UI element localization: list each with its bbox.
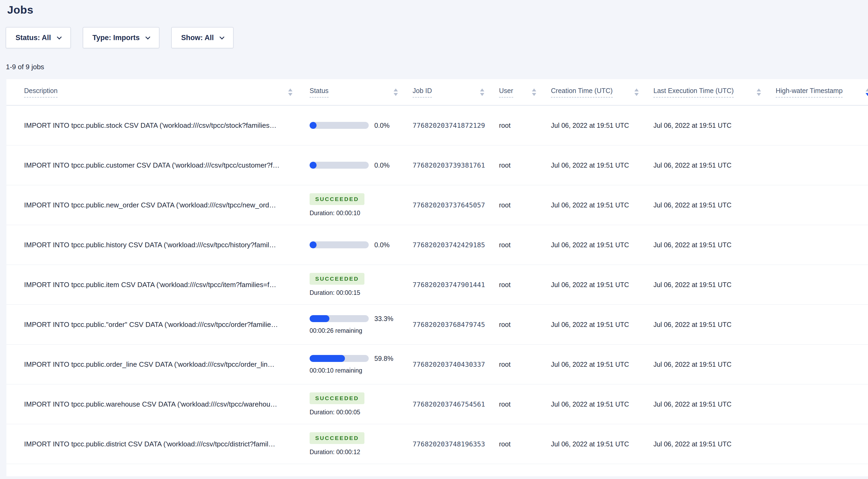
high-water-cell (769, 106, 868, 145)
job-description-cell: IMPORT INTO tpcc.public.district CSV DAT… (6, 424, 301, 464)
creation-time-cell: Jul 06, 2022 at 19:51 UTC (544, 225, 647, 265)
progress-bar: 0.0% (310, 122, 390, 129)
status-badge: SUCCEEDED (310, 432, 365, 444)
job-description-cell: IMPORT INTO tpcc.public."order" CSV DATA… (6, 305, 301, 344)
creation-time-cell: Jul 06, 2022 at 19:51 UTC (544, 145, 647, 185)
creation-time-cell: Jul 06, 2022 at 19:51 UTC (544, 345, 647, 384)
job-description-cell: IMPORT INTO tpcc.public.stock CSV DATA (… (6, 106, 301, 145)
chevron-down-icon (219, 34, 224, 39)
sort-arrows-icon (480, 89, 484, 96)
user-cell: root (492, 106, 544, 145)
last-execution-time-cell: Jul 06, 2022 at 19:51 UTC (647, 384, 769, 424)
job-status-cell: 33.3%00:00:26 remaining (301, 305, 406, 344)
jobs-table: Description Status Job ID User Creation … (6, 79, 868, 476)
status-filter-label: Status: All (16, 34, 51, 42)
status-subtext: 00:00:26 remaining (310, 327, 362, 334)
job-description-link[interactable]: IMPORT INTO tpcc.public.item CSV DATA ('… (24, 281, 276, 289)
column-header-job-id[interactable]: Job ID (406, 79, 492, 105)
user-cell: root (492, 345, 544, 384)
last-execution-time-cell: Jul 06, 2022 at 19:51 UTC (647, 145, 769, 185)
job-id-cell: 776820203748196353 (406, 424, 492, 464)
progress-fill (310, 241, 316, 248)
progress-track (310, 122, 369, 129)
last-execution-time-cell: Jul 06, 2022 at 19:51 UTC (647, 265, 769, 304)
last-execution-time-cell: Jul 06, 2022 at 19:51 UTC (647, 185, 769, 225)
user-cell: root (492, 225, 544, 265)
table-row: IMPORT INTO tpcc.public.stock CSV DATA (… (6, 106, 868, 145)
sort-arrows-icon (394, 89, 398, 96)
progress-bar: 0.0% (310, 241, 390, 249)
progress-bar: 0.0% (310, 162, 390, 169)
status-filter-dropdown[interactable]: Status: All (6, 27, 71, 48)
job-description-link[interactable]: IMPORT INTO tpcc.public.warehouse CSV DA… (24, 400, 277, 408)
creation-time-cell: Jul 06, 2022 at 19:51 UTC (544, 384, 647, 424)
last-execution-time-cell: Jul 06, 2022 at 19:51 UTC (647, 225, 769, 265)
job-status-cell: 0.0% (301, 225, 406, 265)
status-badge: SUCCEEDED (310, 392, 365, 404)
filters-bar: Status: All Type: Imports Show: All (6, 27, 868, 48)
job-id-cell: 776820203742429185 (406, 225, 492, 265)
column-header-last-execution-time[interactable]: Last Execution Time (UTC) (647, 79, 769, 105)
progress-fill (310, 162, 316, 169)
chevron-down-icon (145, 34, 150, 39)
type-filter-dropdown[interactable]: Type: Imports (83, 27, 160, 48)
creation-time-cell: Jul 06, 2022 at 19:51 UTC (544, 265, 647, 304)
jobs-table-header: Description Status Job ID User Creation … (6, 79, 868, 106)
status-badge: SUCCEEDED (310, 193, 365, 205)
chevron-down-icon (57, 34, 62, 39)
job-description-link[interactable]: IMPORT INTO tpcc.public.new_order CSV DA… (24, 201, 276, 209)
status-subtext: Duration: 00:00:12 (310, 448, 360, 456)
column-header-status[interactable]: Status (301, 79, 406, 105)
job-description-cell: IMPORT INTO tpcc.public.history CSV DATA… (6, 225, 301, 265)
table-row: IMPORT INTO tpcc.public.district CSV DAT… (6, 424, 868, 464)
high-water-cell (769, 424, 868, 464)
user-cell: root (492, 384, 544, 424)
jobs-table-body: IMPORT INTO tpcc.public.stock CSV DATA (… (6, 106, 868, 464)
job-status-cell: SUCCEEDEDDuration: 00:00:15 (301, 265, 406, 304)
progress-bar: 33.3% (310, 315, 393, 322)
job-description-link[interactable]: IMPORT INTO tpcc.public.district CSV DAT… (24, 440, 275, 448)
sort-arrows-icon (634, 89, 639, 96)
job-description-cell: IMPORT INTO tpcc.public.item CSV DATA ('… (6, 265, 301, 304)
job-description-link[interactable]: IMPORT INTO tpcc.public.order_line CSV D… (24, 360, 275, 369)
progress-fill (310, 355, 345, 362)
job-description-link[interactable]: IMPORT INTO tpcc.public.customer CSV DAT… (24, 161, 280, 169)
high-water-cell (769, 305, 868, 344)
job-id-cell: 776820203747901441 (406, 265, 492, 304)
progress-fill (310, 122, 316, 129)
job-description-cell: IMPORT INTO tpcc.public.order_line CSV D… (6, 345, 301, 384)
page-title: Jobs (7, 4, 868, 16)
column-header-description[interactable]: Description (6, 79, 301, 105)
column-header-user[interactable]: User (492, 79, 544, 105)
status-badge: SUCCEEDED (310, 273, 365, 285)
job-id-cell: 776820203768479745 (406, 305, 492, 344)
job-status-cell: 0.0% (301, 145, 406, 185)
table-row: IMPORT INTO tpcc.public.warehouse CSV DA… (6, 384, 868, 424)
progress-percent: 0.0% (374, 241, 390, 249)
job-id-cell: 776820203746754561 (406, 384, 492, 424)
show-filter-dropdown[interactable]: Show: All (171, 27, 234, 48)
job-description-link[interactable]: IMPORT INTO tpcc.public.history CSV DATA… (24, 241, 276, 249)
high-water-cell (769, 384, 868, 424)
sort-arrows-icon (866, 89, 868, 96)
progress-percent: 0.0% (374, 122, 390, 129)
last-execution-time-cell: Jul 06, 2022 at 19:51 UTC (647, 106, 769, 145)
table-row: IMPORT INTO tpcc.public.customer CSV DAT… (6, 145, 868, 185)
table-row: IMPORT INTO tpcc.public.item CSV DATA ('… (6, 265, 868, 305)
column-header-creation-time[interactable]: Creation Time (UTC) (544, 79, 647, 105)
table-row: IMPORT INTO tpcc.public."order" CSV DATA… (6, 305, 868, 345)
progress-track (310, 315, 369, 322)
progress-track (310, 355, 369, 362)
creation-time-cell: Jul 06, 2022 at 19:51 UTC (544, 305, 647, 344)
high-water-cell (769, 185, 868, 225)
job-id-cell: 776820203741872129 (406, 106, 492, 145)
job-description-link[interactable]: IMPORT INTO tpcc.public."order" CSV DATA… (24, 320, 278, 329)
progress-percent: 0.0% (374, 162, 390, 169)
job-id-cell: 776820203737645057 (406, 185, 492, 225)
job-description-link[interactable]: IMPORT INTO tpcc.public.stock CSV DATA (… (24, 122, 276, 130)
last-execution-time-cell: Jul 06, 2022 at 19:51 UTC (647, 424, 769, 464)
column-header-high-water-timestamp[interactable]: High-water Timestamp (769, 79, 868, 105)
progress-fill (310, 315, 330, 322)
sort-arrows-icon (288, 89, 292, 96)
last-execution-time-cell: Jul 06, 2022 at 19:51 UTC (647, 305, 769, 344)
